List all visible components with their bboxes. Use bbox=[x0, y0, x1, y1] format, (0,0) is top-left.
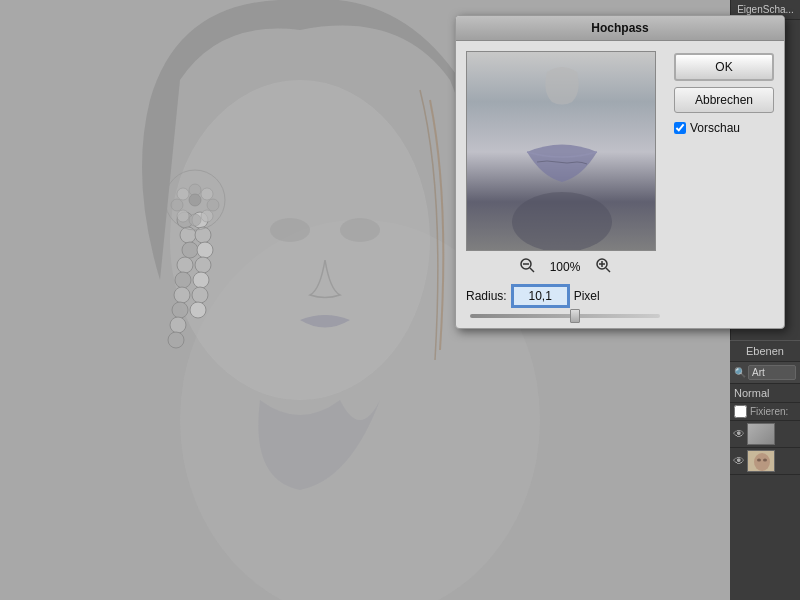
ok-button[interactable]: OK bbox=[674, 53, 774, 81]
svg-point-6 bbox=[177, 257, 193, 273]
svg-point-14 bbox=[197, 242, 213, 258]
svg-point-8 bbox=[174, 287, 190, 303]
eye-icon-2[interactable]: 👁 bbox=[733, 454, 745, 468]
preview-box[interactable] bbox=[466, 51, 656, 251]
preview-row: Vorschau bbox=[674, 121, 774, 135]
svg-point-34 bbox=[763, 459, 767, 462]
dialog-left: 100% Radius: Pixel bbox=[466, 51, 664, 318]
layer-thumb-2 bbox=[747, 450, 775, 472]
radius-label: Radius: bbox=[466, 289, 507, 303]
svg-point-21 bbox=[201, 188, 213, 200]
fix-label: Fixieren: bbox=[750, 406, 788, 417]
zoom-level: 100% bbox=[545, 260, 585, 274]
svg-line-39 bbox=[530, 268, 534, 272]
svg-point-27 bbox=[177, 188, 189, 200]
svg-point-9 bbox=[172, 302, 188, 318]
svg-point-29 bbox=[270, 218, 310, 242]
zoom-in-icon bbox=[595, 260, 611, 276]
svg-point-28 bbox=[189, 194, 201, 206]
search-icon: 🔍 bbox=[734, 367, 746, 378]
fix-checkbox[interactable] bbox=[734, 405, 747, 418]
svg-point-24 bbox=[189, 214, 201, 226]
svg-point-5 bbox=[182, 242, 198, 258]
radius-row: Radius: Pixel bbox=[466, 286, 664, 306]
slider-thumb[interactable] bbox=[570, 309, 580, 323]
svg-point-33 bbox=[757, 459, 761, 462]
zoom-out-icon bbox=[519, 260, 535, 276]
slider-track[interactable] bbox=[470, 314, 660, 318]
cancel-button[interactable]: Abbrechen bbox=[674, 87, 774, 113]
dialog-buttons: OK Abbrechen Vorschau bbox=[674, 51, 774, 318]
search-input[interactable]: Art bbox=[748, 365, 796, 380]
pixel-label: Pixel bbox=[574, 289, 600, 303]
svg-point-30 bbox=[340, 218, 380, 242]
radius-input[interactable] bbox=[513, 286, 568, 306]
svg-point-37 bbox=[512, 192, 612, 251]
svg-point-15 bbox=[195, 257, 211, 273]
slider-row bbox=[466, 314, 664, 318]
hochpass-dialog: Hochpass bbox=[455, 15, 785, 329]
preview-checkbox[interactable] bbox=[674, 122, 686, 134]
layer-thumb-1 bbox=[747, 423, 775, 445]
svg-point-11 bbox=[168, 332, 184, 348]
svg-point-23 bbox=[201, 210, 213, 222]
svg-point-18 bbox=[190, 302, 206, 318]
svg-point-26 bbox=[171, 199, 183, 211]
zoom-controls: 100% bbox=[466, 257, 664, 276]
layer-item-2[interactable]: 👁 bbox=[730, 448, 800, 475]
search-bar: 🔍 Art bbox=[730, 362, 800, 384]
svg-line-42 bbox=[606, 268, 610, 272]
fix-row: Fixieren: bbox=[730, 403, 800, 421]
svg-point-22 bbox=[207, 199, 219, 211]
svg-point-25 bbox=[177, 210, 189, 222]
dialog-body: 100% Radius: Pixel bbox=[456, 41, 784, 328]
layer-item-1[interactable]: 👁 bbox=[730, 421, 800, 448]
dialog-title: Hochpass bbox=[456, 16, 784, 41]
svg-point-10 bbox=[170, 317, 186, 333]
layers-panel: Ebenen 🔍 Art Normal Fixieren: 👁 👁 bbox=[730, 340, 800, 600]
zoom-in-button[interactable] bbox=[593, 257, 613, 276]
blend-mode-row[interactable]: Normal bbox=[730, 384, 800, 403]
zoom-out-button[interactable] bbox=[517, 257, 537, 276]
svg-point-7 bbox=[175, 272, 191, 288]
eye-icon-1[interactable]: 👁 bbox=[733, 427, 745, 441]
svg-point-16 bbox=[193, 272, 209, 288]
svg-point-17 bbox=[192, 287, 208, 303]
preview-label[interactable]: Vorschau bbox=[690, 121, 740, 135]
layers-title: Ebenen bbox=[730, 341, 800, 362]
svg-point-32 bbox=[754, 453, 770, 471]
